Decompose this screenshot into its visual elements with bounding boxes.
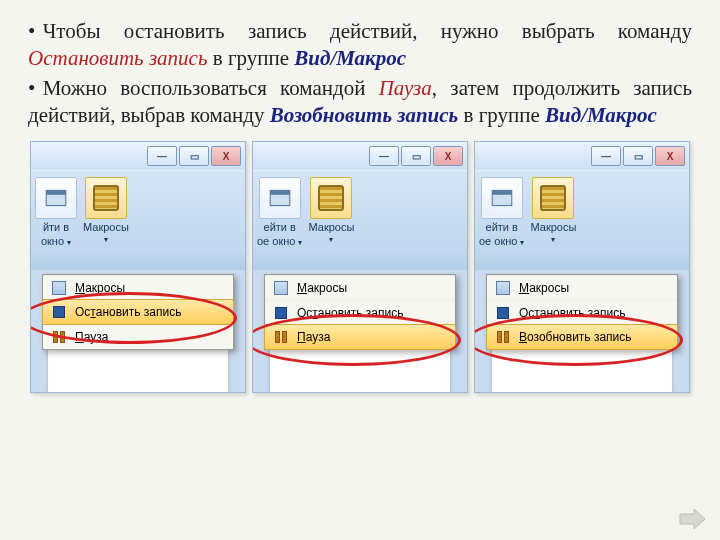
svg-marker-6 [680, 509, 705, 529]
ribbon-window-group[interactable]: ейти в ое окно ▾ [479, 177, 524, 247]
titlebar: — ▭ X [253, 142, 467, 170]
svg-rect-1 [46, 191, 66, 195]
ribbon-macros-button[interactable]: Макросы ▾ [308, 177, 354, 244]
menu-item-pause[interactable]: Пауза [43, 324, 233, 349]
list-icon [51, 280, 67, 296]
p2-grp: Вид/Макрос [545, 103, 657, 127]
next-slide-button[interactable] [678, 508, 706, 530]
macros-icon [310, 177, 352, 219]
p1-cmd: Остановить запись [28, 46, 207, 70]
svg-rect-3 [270, 191, 290, 195]
macros-menu: Макросы Остановить запись Возобновить за… [486, 274, 678, 350]
p2-t1: Можно воспользоваться командой [43, 76, 379, 100]
p2-t3: в группе [458, 103, 545, 127]
p1-t2: в группе [207, 46, 294, 70]
ribbon: ейти в ое окно ▾ Макросы ▾ [253, 170, 467, 284]
menu-item-pause[interactable]: Пауза [264, 324, 456, 350]
menu-item-stop-recording[interactable]: Остановить запись [42, 299, 234, 325]
menu-item-macros[interactable]: Макросы [265, 275, 455, 300]
maximize-button[interactable]: ▭ [623, 146, 653, 166]
instruction-text: •Чтобы остановить запись действий, нужно… [28, 18, 692, 129]
stop-icon [51, 304, 67, 320]
ribbon-macros-button[interactable]: Макросы ▾ [83, 177, 129, 244]
macros-icon [532, 177, 574, 219]
macros-menu: Макросы Остановить запись Пауза [42, 274, 234, 350]
menu-item-stop-recording[interactable]: Остановить запись [487, 300, 677, 325]
close-button[interactable]: X [433, 146, 463, 166]
menu-item-macros[interactable]: Макросы [43, 275, 233, 300]
pause-icon [51, 329, 67, 345]
maximize-button[interactable]: ▭ [401, 146, 431, 166]
titlebar: — ▭ X [475, 142, 689, 170]
minimize-button[interactable]: — [369, 146, 399, 166]
menu-item-macros[interactable]: Макросы [487, 275, 677, 300]
ribbon-window-group[interactable]: йти в окно ▾ [35, 177, 77, 247]
ribbon: йти в окно ▾ Макросы ▾ [31, 170, 245, 284]
stop-icon [495, 305, 511, 321]
p2-cmd1: Пауза [379, 76, 432, 100]
record-icon [495, 329, 511, 345]
window-icon [259, 177, 301, 219]
screenshot-pause: — ▭ X ейти в ое окно ▾ Макросы ▾ Макросы [252, 141, 468, 393]
close-button[interactable]: X [655, 146, 685, 166]
maximize-button[interactable]: ▭ [179, 146, 209, 166]
minimize-button[interactable]: — [147, 146, 177, 166]
screenshot-gallery: — ▭ X йти в окно ▾ Макросы ▾ Макросы [28, 141, 692, 393]
macros-icon [85, 177, 127, 219]
menu-item-stop-recording[interactable]: Остановить запись [265, 300, 455, 325]
close-button[interactable]: X [211, 146, 241, 166]
p1-grp: Вид/Макрос [294, 46, 406, 70]
ribbon: ейти в ое окно ▾ Макросы ▾ [475, 170, 689, 284]
screenshot-resume: — ▭ X ейти в ое окно ▾ Макросы ▾ Макросы [474, 141, 690, 393]
macros-menu: Макросы Остановить запись Пауза [264, 274, 456, 350]
pause-icon [273, 329, 289, 345]
menu-item-resume-recording[interactable]: Возобновить запись [486, 324, 678, 350]
list-icon [273, 280, 289, 296]
ribbon-window-group[interactable]: ейти в ое окно ▾ [257, 177, 302, 247]
ribbon-macros-button[interactable]: Макросы ▾ [530, 177, 576, 244]
p1-t1: Чтобы остановить запись действий, нужно … [43, 19, 692, 43]
list-icon [495, 280, 511, 296]
window-icon [481, 177, 523, 219]
titlebar: — ▭ X [31, 142, 245, 170]
window-icon [35, 177, 77, 219]
stop-icon [273, 305, 289, 321]
p2-cmd2: Возобновить запись [270, 103, 459, 127]
minimize-button[interactable]: — [591, 146, 621, 166]
screenshot-stop: — ▭ X йти в окно ▾ Макросы ▾ Макросы [30, 141, 246, 393]
svg-rect-5 [492, 191, 512, 195]
